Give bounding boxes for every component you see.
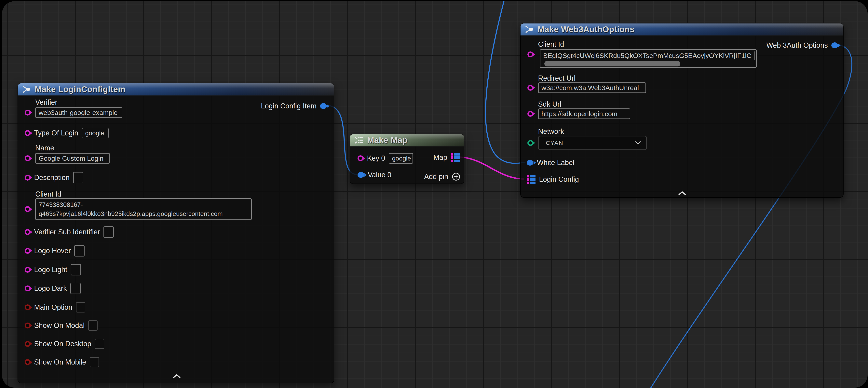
node-title: Make Map	[367, 136, 408, 145]
login-config-pin[interactable]	[527, 175, 535, 184]
collapse-chevron-icon[interactable]	[678, 191, 686, 196]
graph-canvas[interactable]: Make LoginConfigItem Login Config Item V…	[2, 1, 868, 388]
pin-row-verifier-sub-identifier: Verifier Sub Identifier	[25, 227, 114, 238]
add-pin-icon[interactable]	[452, 172, 460, 181]
show-on-modal-checkbox[interactable]	[88, 320, 98, 331]
pin-label: Web 3Auth Options	[766, 41, 828, 50]
verifier-sub-identifier-input[interactable]	[103, 226, 114, 238]
network-dropdown[interactable]: CYAN	[538, 136, 647, 150]
show-on-mobile-checkbox[interactable]	[90, 357, 99, 367]
blueprint-editor: Make LoginConfigItem Login Config Item V…	[0, 0, 868, 388]
redirect-url-pin[interactable]	[527, 85, 533, 91]
description-pin[interactable]	[25, 175, 31, 181]
logo-hover-input[interactable]	[74, 245, 85, 257]
make-struct-icon	[22, 85, 31, 94]
pin-label-redirect-url: Redirect Url	[538, 74, 576, 82]
text-caret	[754, 52, 754, 60]
type-of-login-pin[interactable]	[25, 130, 31, 136]
pin-row-map-out: Map	[433, 152, 460, 163]
pin-row-show-on-desktop: Show On Desktop	[25, 338, 104, 349]
pin-label-client-id: Client Id	[35, 190, 61, 198]
show-on-modal-pin[interactable]	[25, 323, 31, 328]
sdk-url-input[interactable]: https://sdk.openlogin.com	[538, 109, 630, 119]
node-make-map[interactable]: Make Map Key 0 google Map Value 0	[350, 134, 464, 184]
logo-dark-pin[interactable]	[25, 286, 31, 291]
login-config-item-output-pin[interactable]	[320, 103, 327, 109]
name-input[interactable]: Google Custom Login	[35, 153, 110, 163]
client-id-pin[interactable]	[25, 206, 31, 212]
chevron-down-icon	[635, 141, 641, 145]
verifier-sub-identifier-pin[interactable]	[25, 229, 31, 235]
main-option-checkbox[interactable]	[76, 302, 85, 312]
verifier-input[interactable]: web3auth-google-example	[35, 107, 122, 118]
description-input[interactable]	[73, 172, 83, 183]
add-pin-button[interactable]: Add pin	[424, 171, 460, 182]
wire-map-to-loginconfig[interactable]	[460, 157, 524, 179]
collapse-chevron-icon[interactable]	[173, 374, 181, 379]
logo-dark-input[interactable]	[70, 283, 81, 294]
make-map-icon	[354, 136, 364, 145]
pin-row-key-0: Key 0 google	[358, 153, 413, 164]
client-id-input[interactable]: BEglQSgt4cUWcj6SKRdu5QkOXTsePmMcusG5EAoy…	[540, 49, 757, 68]
value-0-pin[interactable]	[358, 172, 364, 178]
pin-row-show-on-mobile: Show On Mobile	[25, 357, 99, 368]
pin-row-web3auth-options-out: Web 3Auth Options	[766, 40, 838, 51]
pin-row-logo-light: Logo Light	[25, 264, 81, 275]
type-of-login-input[interactable]: google	[82, 128, 108, 139]
pin-label-verifier: Verifier	[35, 98, 57, 107]
pin-row-description: Description	[25, 172, 83, 183]
node-title: Make LoginConfigItem	[35, 85, 125, 94]
pin-row-logo-dark: Logo Dark	[25, 283, 81, 294]
network-selected-value: CYAN	[546, 140, 563, 146]
network-pin[interactable]	[527, 140, 533, 146]
node-title: Make Web3AuthOptions	[537, 25, 634, 34]
pin-row-logo-hover: Logo Hover	[25, 245, 85, 256]
show-on-desktop-checkbox[interactable]	[95, 339, 104, 349]
pin-row-login-config-item-out: Login Config Item	[261, 100, 327, 112]
white-label-pin[interactable]	[527, 160, 533, 166]
pin-row-value-0: Value 0	[358, 169, 391, 180]
pin-label-name: Name	[35, 144, 54, 152]
logo-hover-pin[interactable]	[25, 248, 31, 254]
client-id-pin[interactable]	[527, 52, 533, 57]
node-header[interactable]: Make Map	[350, 134, 464, 147]
pin-row-login-config: Login Config	[527, 174, 579, 185]
map-output-pin[interactable]	[451, 153, 460, 162]
show-on-desktop-pin[interactable]	[25, 341, 31, 347]
client-id-input[interactable]: 774338308167- q463s7kpvja16l4l0kko3nb925…	[35, 198, 252, 220]
pin-label-sdk-url: Sdk Url	[538, 100, 561, 109]
verifier-pin[interactable]	[25, 110, 31, 116]
redirect-url-input[interactable]: w3a://com.w3a.Web3AuthUnreal	[538, 82, 646, 93]
name-pin[interactable]	[25, 155, 31, 161]
key-0-input[interactable]: google	[389, 153, 413, 163]
client-id-scrollbar[interactable]	[545, 61, 680, 66]
node-make-loginconfigitem[interactable]: Make LoginConfigItem Login Config Item V…	[18, 83, 334, 383]
key-0-pin[interactable]	[358, 155, 364, 161]
logo-light-input[interactable]	[71, 264, 81, 275]
pin-row-main-option: Main Option	[25, 302, 85, 313]
pin-label-network: Network	[538, 127, 564, 136]
make-struct-icon	[525, 25, 534, 34]
pin-label: Login Config Item	[261, 102, 316, 110]
wire-top-to-whitelabel[interactable]	[486, 1, 525, 163]
show-on-mobile-pin[interactable]	[25, 359, 31, 365]
pin-label-client-id: Client Id	[538, 40, 564, 49]
main-option-pin[interactable]	[25, 304, 31, 310]
node-make-web3authoptions[interactable]: Make Web3AuthOptions Web 3Auth Options C…	[520, 23, 843, 198]
pin-row-show-on-modal: Show On Modal	[25, 320, 98, 331]
logo-light-pin[interactable]	[25, 267, 31, 273]
pin-row-white-label: White Label	[527, 157, 574, 168]
pin-row-type-of-login: Type Of Login google	[25, 127, 108, 139]
sdk-url-pin[interactable]	[527, 111, 533, 117]
web3auth-options-output-pin[interactable]	[831, 42, 838, 48]
node-header[interactable]: Make LoginConfigItem	[18, 83, 334, 96]
node-header[interactable]: Make Web3AuthOptions	[521, 24, 843, 36]
